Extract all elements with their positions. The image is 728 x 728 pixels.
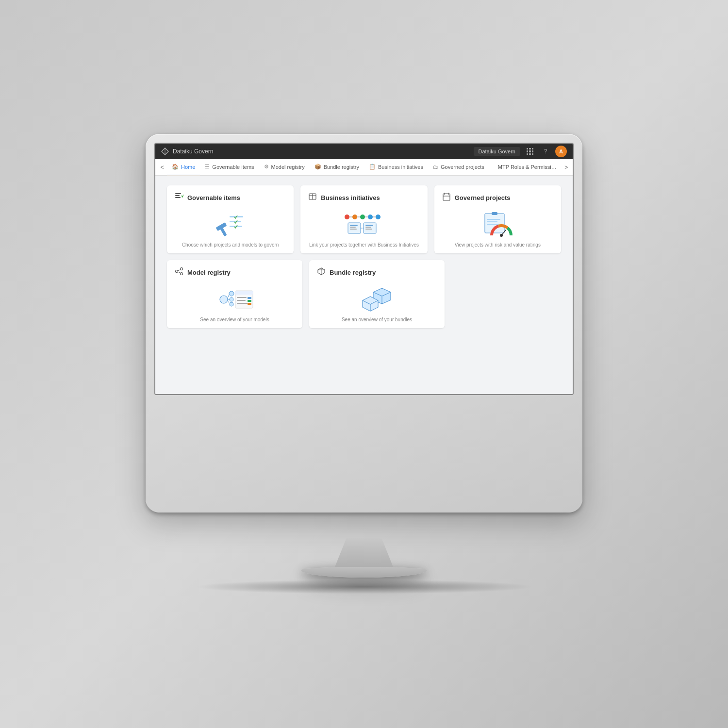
model-registry-desc: See an overview of your models — [200, 317, 269, 322]
app-titlebar: Dataiku Govern Dataiku Govern ? A — [155, 144, 573, 159]
bundle-registry-tab-icon: 📦 — [314, 164, 321, 170]
bundle-registry-desc: See an overview of your bundles — [342, 317, 412, 322]
svg-rect-38 — [487, 221, 497, 222]
governable-items-tab-icon: ☰ — [205, 164, 210, 170]
monitor-stand-neck — [335, 538, 393, 567]
titlebar-right: Dataiku Govern ? A — [474, 146, 567, 157]
nav-back-arrow[interactable]: < — [157, 159, 167, 176]
card-header: Business initiatives — [308, 192, 419, 203]
governable-items-illustration — [211, 209, 250, 240]
model-registry-title: Model registry — [187, 269, 231, 276]
tab-home[interactable]: 🏠 Home — [167, 159, 200, 176]
help-button[interactable]: ? — [540, 146, 551, 157]
user-avatar[interactable]: A — [555, 146, 567, 157]
business-initiatives-title: Business initiatives — [321, 194, 380, 201]
bundle-registry-card-icon — [317, 267, 326, 278]
nav-tabs: < 🏠 Home ☰ Governable items ⚙ Model regi… — [155, 159, 573, 176]
business-initiatives-desc: Link your projects together with Busines… — [309, 242, 419, 248]
business-initiatives-tab-icon: 📋 — [369, 164, 376, 170]
model-registry-card-icon — [175, 267, 183, 278]
svg-rect-55 — [235, 291, 253, 295]
svg-line-45 — [178, 270, 181, 271]
svg-point-15 — [360, 215, 365, 219]
business-initiatives-illustration — [342, 209, 386, 240]
tab-governable-items[interactable]: ☰ Governable items — [200, 159, 259, 176]
governed-projects-desc: View projects with risk and value rating… — [455, 242, 541, 248]
bundle-registry-title: Bundle registry — [330, 269, 376, 276]
svg-rect-31 — [443, 194, 450, 200]
svg-rect-37 — [487, 219, 500, 220]
svg-rect-3 — [175, 195, 180, 196]
monitor-stand-base — [301, 567, 427, 578]
app-body: Governable items — [155, 176, 573, 395]
svg-rect-58 — [237, 300, 246, 301]
tab-governed-projects[interactable]: 🗂 Governed projects — [428, 159, 489, 176]
svg-point-50 — [230, 302, 233, 306]
tab-bundle-registry[interactable]: 📦 Bundle registry — [310, 159, 364, 176]
svg-rect-28 — [365, 227, 371, 228]
card-header: Governable items — [175, 192, 286, 203]
model-registry-card[interactable]: Model registry — [167, 260, 302, 328]
svg-rect-2 — [175, 193, 181, 194]
governable-items-card-icon — [175, 192, 183, 203]
monitor: Dataiku Govern Dataiku Govern ? A — [146, 134, 582, 513]
svg-rect-6 — [219, 227, 227, 236]
governed-projects-illustration — [478, 209, 517, 240]
svg-rect-24 — [350, 227, 356, 228]
tab-model-registry[interactable]: ⚙ Model registry — [259, 159, 310, 176]
monitor-shadow — [194, 579, 534, 594]
tab-mtp-roles[interactable]: MTP Roles & Permissi… — [493, 159, 562, 176]
svg-point-42 — [176, 270, 178, 273]
svg-rect-56 — [237, 297, 247, 298]
governable-items-card[interactable]: Governable items — [167, 185, 294, 253]
svg-rect-8 — [230, 221, 241, 222]
dataiku-logo-icon — [161, 148, 169, 155]
svg-rect-61 — [248, 303, 251, 305]
svg-point-47 — [220, 296, 228, 303]
card-header: Model registry — [175, 267, 295, 278]
brand-button[interactable]: Dataiku Govern — [474, 147, 520, 156]
svg-line-46 — [178, 272, 181, 273]
svg-point-43 — [181, 268, 183, 270]
governed-projects-card-icon — [442, 192, 451, 203]
governed-projects-tab-icon: 🗂 — [433, 164, 438, 170]
card-header: Bundle registry — [317, 267, 437, 278]
svg-rect-59 — [248, 300, 251, 302]
governable-items-title: Governable items — [187, 194, 240, 201]
svg-line-53 — [228, 301, 230, 303]
svg-point-14 — [352, 215, 357, 219]
card-header: Governed projects — [442, 192, 553, 203]
tab-business-initiatives[interactable]: 📋 Business initiatives — [364, 159, 428, 176]
svg-point-44 — [181, 273, 183, 275]
titlebar-left: Dataiku Govern — [161, 148, 213, 155]
home-icon: 🏠 — [172, 164, 179, 170]
svg-point-48 — [229, 291, 234, 296]
top-cards-grid: Governable items — [167, 185, 561, 253]
governed-projects-title: Governed projects — [455, 194, 511, 201]
grid-apps-button[interactable] — [524, 146, 536, 157]
svg-rect-23 — [350, 225, 358, 226]
bottom-cards-grid: Model registry — [167, 260, 445, 328]
business-initiatives-card[interactable]: Business initiatives — [300, 185, 427, 253]
svg-point-17 — [376, 215, 381, 219]
nav-forward-arrow[interactable]: > — [562, 159, 571, 176]
svg-point-49 — [230, 298, 233, 301]
bundle-registry-illustration — [359, 283, 395, 315]
app-title: Dataiku Govern — [173, 148, 213, 155]
svg-rect-26 — [364, 223, 376, 233]
governable-items-desc: Choose which projects and models to gove… — [182, 242, 279, 248]
svg-point-16 — [368, 215, 373, 219]
governed-projects-card[interactable]: Governed projects — [434, 185, 561, 253]
svg-rect-39 — [487, 224, 499, 225]
business-initiatives-card-icon — [308, 192, 317, 203]
model-registry-tab-icon: ⚙ — [264, 164, 269, 170]
svg-rect-57 — [248, 297, 251, 299]
model-registry-illustration — [214, 283, 255, 315]
monitor-screen: Dataiku Govern Dataiku Govern ? A — [154, 143, 574, 395]
svg-rect-36 — [492, 212, 497, 215]
svg-rect-27 — [365, 225, 373, 226]
bundle-registry-card[interactable]: Bundle registry — [309, 260, 445, 328]
svg-point-41 — [500, 234, 503, 237]
svg-rect-29 — [365, 229, 372, 230]
svg-point-13 — [345, 215, 349, 219]
